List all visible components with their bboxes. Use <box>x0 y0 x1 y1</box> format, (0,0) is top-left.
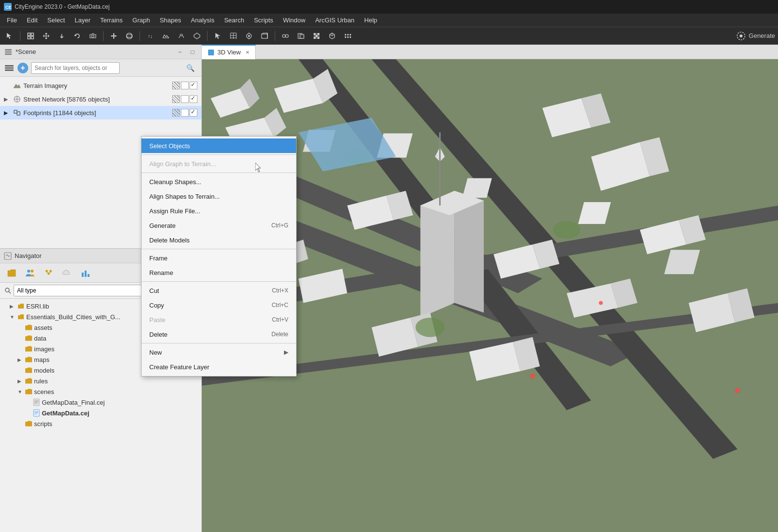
tree-item-scenes[interactable]: ▼ scenes <box>0 386 201 397</box>
menu-scripts[interactable]: Scripts <box>249 15 278 26</box>
ctx-delete-models[interactable]: Delete Models <box>141 233 296 247</box>
ctx-cut[interactable]: Cut Ctrl+X <box>141 283 296 298</box>
scene-panel-header: *Scene − □ <box>0 45 201 59</box>
layer-sel-footprints[interactable] <box>190 109 197 117</box>
nav-cloud-btn[interactable] <box>59 265 75 281</box>
camera-btn[interactable] <box>86 30 100 42</box>
pan-btn[interactable] <box>107 30 121 42</box>
shape-btn-2[interactable] <box>159 30 173 42</box>
ctx-align-shapes[interactable]: Align Shapes to Terrain... <box>141 189 296 204</box>
svg-point-61 <box>31 270 34 273</box>
tree-label-data: data <box>34 335 46 342</box>
ctx-generate-shortcut: Ctrl+G <box>271 222 288 229</box>
nav-chart-btn[interactable] <box>78 265 93 281</box>
ctx-cleanup-shapes[interactable]: Cleanup Shapes... <box>141 174 296 189</box>
svg-rect-53 <box>5 69 14 71</box>
nav-folder-btn[interactable] <box>4 265 19 281</box>
layer-hatch-footprints[interactable] <box>172 109 180 117</box>
layer-terrain-imagery[interactable]: Terrain Imagery <box>0 79 201 92</box>
ctx-create-feature-layer[interactable]: Create Feature Layer <box>141 360 296 374</box>
layer-footprints[interactable]: ▶ Footprints [11844 objects] <box>0 106 201 120</box>
ctx-frame[interactable]: Frame <box>141 251 296 265</box>
layer-vis-footprints[interactable] <box>181 109 189 117</box>
menu-arcgis-urban[interactable]: ArcGIS Urban <box>310 15 359 26</box>
nav-group-btn[interactable] <box>41 265 56 281</box>
checkerboard-btn[interactable] <box>310 30 323 42</box>
layer-hatch-terrain[interactable] <box>172 82 180 89</box>
undo-btn[interactable] <box>71 30 84 42</box>
menu-terrains[interactable]: Terrains <box>95 15 127 26</box>
ctx-select-objects[interactable]: Select Objects <box>141 138 296 153</box>
orbit-btn[interactable] <box>123 30 136 42</box>
svg-point-25 <box>285 34 288 37</box>
more-btn[interactable] <box>341 30 354 42</box>
menu-graph[interactable]: Graph <box>127 15 155 26</box>
shape-btn-4[interactable] <box>190 30 204 42</box>
menu-shapes[interactable]: Shapes <box>155 15 186 26</box>
tree-item-rules[interactable]: ▶ rules <box>0 376 201 386</box>
layer-vis-street[interactable] <box>181 95 189 103</box>
maps-folder-icon <box>25 356 33 363</box>
ctx-assign-rule-label: Assign Rule File... <box>149 207 200 215</box>
ctx-create-feature-layer-label: Create Feature Layer <box>149 363 210 371</box>
move-btn[interactable] <box>39 30 53 42</box>
menu-select[interactable]: Select <box>42 15 70 26</box>
select-tool-btn[interactable] <box>3 30 17 42</box>
scenes-folder-icon <box>25 388 33 395</box>
view-tab-3d[interactable]: 3D View × <box>202 45 256 59</box>
menu-file[interactable]: File <box>2 15 22 26</box>
ctx-copy[interactable]: Copy Ctrl+C <box>141 298 296 312</box>
scene-maximize-btn[interactable]: □ <box>188 47 197 57</box>
layer-sel-street[interactable] <box>190 95 197 103</box>
menu-search[interactable]: Search <box>219 15 249 26</box>
scene-toolbar: + 🔍 <box>0 59 201 77</box>
layer-terrain-name: Terrain Imagery <box>23 82 170 89</box>
ctx-sep-5 <box>141 343 296 343</box>
frame-btn[interactable] <box>24 30 37 42</box>
ctx-align-graph-label: Align Graph to Terrain... <box>149 160 216 168</box>
down-btn[interactable] <box>55 30 69 42</box>
tree-item-getmapdata-final[interactable]: GetMapData_Final.cej <box>0 397 201 408</box>
ctx-new[interactable]: New ▶ <box>141 345 296 360</box>
layer-street-network[interactable]: ▶ Street Network [58765 objects] <box>0 92 201 106</box>
menu-help[interactable]: Help <box>359 15 382 26</box>
ctx-delete[interactable]: Delete Delete <box>141 327 296 342</box>
menu-edit[interactable]: Edit <box>22 15 42 26</box>
ctx-assign-rule[interactable]: Assign Rule File... <box>141 204 296 218</box>
tree-label-esri: ESRI.lib <box>26 303 49 310</box>
svg-point-24 <box>283 34 285 37</box>
box3d-btn[interactable] <box>325 30 339 42</box>
menu-analysis[interactable]: Analysis <box>186 15 219 26</box>
svg-rect-43 <box>345 36 346 38</box>
ctx-generate[interactable]: Generate Ctrl+G <box>141 218 296 233</box>
tree-item-scripts[interactable]: scripts <box>0 418 201 429</box>
ctx-rename[interactable]: Rename <box>141 265 296 280</box>
svg-line-38 <box>330 34 332 36</box>
scene-search-input[interactable] <box>31 62 120 74</box>
generate-btn[interactable]: Generate <box>736 31 775 41</box>
multi-btn[interactable] <box>294 30 308 42</box>
layer-vis-terrain[interactable] <box>181 82 189 89</box>
scene-minimize-btn[interactable]: − <box>175 47 185 57</box>
measure-btn[interactable] <box>279 30 292 42</box>
svg-rect-68 <box>85 271 87 277</box>
menu-layer[interactable]: Layer <box>70 15 96 26</box>
snap-btn[interactable] <box>242 30 256 42</box>
view-tab-close[interactable]: × <box>246 49 249 56</box>
ctx-sep-3 <box>141 249 296 249</box>
add-layer-btn[interactable]: + <box>18 63 28 73</box>
select-arrow-btn[interactable] <box>211 30 225 42</box>
scene-layer-icon[interactable] <box>4 63 15 73</box>
layer-hatch-street[interactable] <box>172 95 180 103</box>
ctx-generate-label: Generate <box>149 222 176 229</box>
menu-window[interactable]: Window <box>278 15 310 26</box>
shape-btn-3[interactable] <box>175 30 188 42</box>
tree-item-getmapdata[interactable]: GetMapData.cej <box>0 408 201 418</box>
box-btn[interactable] <box>258 30 271 42</box>
nav-people-btn[interactable] <box>22 265 38 281</box>
svg-rect-45 <box>350 36 351 38</box>
shape-btn-1[interactable]: ↑↓ <box>143 30 157 42</box>
svg-rect-41 <box>347 34 349 35</box>
grid-btn[interactable] <box>227 30 240 42</box>
layer-sel-terrain[interactable] <box>190 82 197 89</box>
